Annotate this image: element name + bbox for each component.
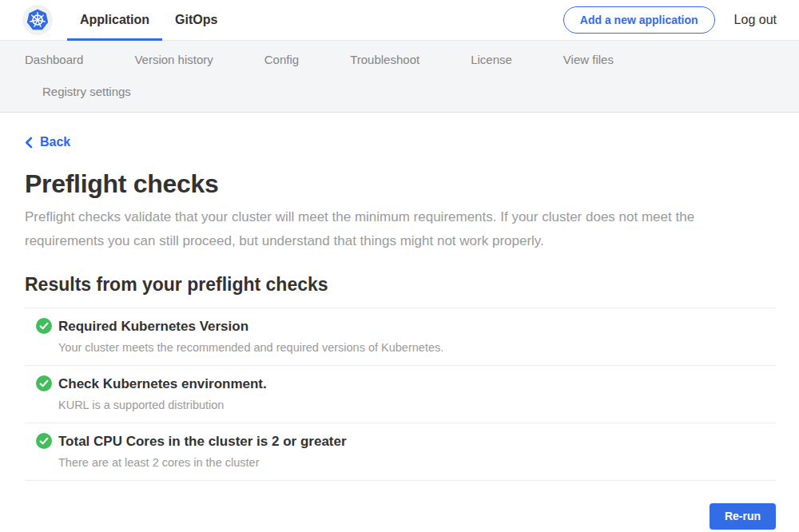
preflight-check-row-kubernetes-environment: Check Kubernetes environment. KURL is a … — [25, 365, 776, 423]
check-text: Total CPU Cores in the cluster is 2 or g… — [58, 434, 347, 469]
check-description: There are at least 2 cores in the cluste… — [58, 457, 347, 469]
check-text: Check Kubernetes environment. KURL is a … — [58, 376, 267, 411]
tab-application-label: Application — [80, 13, 149, 27]
subnav-item-registry-settings[interactable]: Registry settings — [42, 85, 131, 98]
subnav-item-troubleshoot[interactable]: Troubleshoot — [350, 54, 419, 66]
check-description: Your cluster meets the recommended and r… — [58, 342, 443, 354]
subnav-item-config[interactable]: Config — [264, 54, 299, 66]
check-description: KURL is a supported distribution — [58, 399, 267, 411]
back-link-label: Back — [40, 135, 70, 149]
check-text: Required Kubernetes Version Your cluster… — [58, 319, 443, 354]
check-title: Required Kubernetes Version — [58, 319, 443, 335]
subnav-item-license[interactable]: License — [471, 54, 512, 66]
footer-actions: Re-run — [25, 503, 776, 530]
check-title: Check Kubernetes environment. — [58, 376, 267, 392]
subnav-item-dashboard[interactable]: Dashboard — [25, 54, 83, 66]
secondary-navbar: Dashboard Version history Config Trouble… — [0, 41, 799, 113]
success-check-icon — [36, 318, 52, 334]
success-check-icon — [36, 375, 52, 391]
preflight-results-list: Required Kubernetes Version Your cluster… — [25, 308, 776, 481]
preflight-checks-page: Back Preflight checks Preflight checks v… — [0, 113, 799, 530]
primary-tabs: Application GitOps — [67, 0, 230, 40]
page-title: Preflight checks — [25, 169, 776, 198]
subnav-item-version-history[interactable]: Version history — [134, 54, 213, 66]
tab-application[interactable]: Application — [67, 0, 162, 40]
topnav-actions: Add a new application Log out — [563, 6, 777, 34]
logout-link[interactable]: Log out — [734, 13, 777, 27]
top-navbar: Application GitOps Add a new application… — [0, 0, 799, 41]
subnav-row-2: Registry settings — [0, 85, 799, 98]
tab-gitops[interactable]: GitOps — [162, 0, 230, 40]
add-new-application-button[interactable]: Add a new application — [563, 6, 715, 34]
kubernetes-helm-icon — [22, 5, 53, 35]
success-check-icon — [36, 433, 52, 449]
results-heading: Results from your preflight checks — [25, 274, 776, 296]
tab-gitops-label: GitOps — [175, 13, 217, 27]
kubernetes-logo[interactable] — [22, 5, 53, 35]
preflight-check-row-cpu-cores: Total CPU Cores in the cluster is 2 or g… — [25, 423, 776, 480]
subnav-row-1: Dashboard Version history Config Trouble… — [0, 54, 799, 66]
rerun-button[interactable]: Re-run — [710, 503, 776, 530]
page-description: Preflight checks validate that your clus… — [25, 205, 776, 253]
preflight-check-row-kubernetes-version: Required Kubernetes Version Your cluster… — [25, 308, 776, 365]
chevron-left-icon — [25, 137, 33, 149]
back-link[interactable]: Back — [25, 135, 70, 149]
check-title: Total CPU Cores in the cluster is 2 or g… — [58, 434, 347, 450]
subnav-item-view-files[interactable]: View files — [563, 54, 614, 66]
